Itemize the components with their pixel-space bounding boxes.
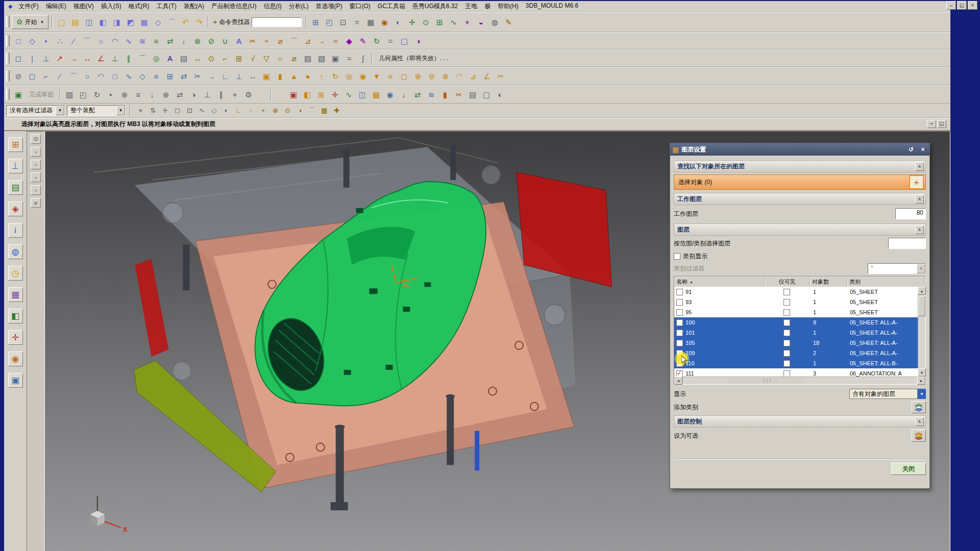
window-restore-button[interactable]: ◱ <box>957 1 967 10</box>
edit-parameters-icon[interactable]: ✎ <box>356 34 370 47</box>
scrollbar-thumb[interactable] <box>918 296 925 316</box>
parallel-icon[interactable]: ∥ <box>122 52 135 65</box>
hatch-icon[interactable]: ▨ <box>301 52 314 65</box>
rib-icon[interactable]: ≡ <box>384 69 397 83</box>
undo-icon[interactable]: ↶ <box>179 15 192 29</box>
sketch-spline-icon[interactable]: ∿ <box>122 69 135 83</box>
history-icon[interactable]: ◷ <box>8 266 23 281</box>
sphere-icon[interactable]: ● <box>301 69 314 83</box>
xform-icon[interactable]: ◆ <box>342 34 356 47</box>
collapse-arrow-icon[interactable]: ∧ <box>915 162 924 171</box>
workpiece-icon[interactable]: ◧ <box>301 88 314 101</box>
open-icon[interactable]: ▤ <box>68 15 82 29</box>
expressions-icon[interactable]: = <box>384 34 397 47</box>
vector-icon[interactable]: ↗ <box>53 52 66 65</box>
lasso-select-icon[interactable]: ∿ <box>196 105 208 116</box>
add-category-button[interactable] <box>912 401 926 413</box>
sketch-line-icon[interactable]: ∕ <box>53 69 66 83</box>
slider-lifter-icon[interactable]: ⇄ <box>411 88 424 101</box>
part-navigator-tab-icon[interactable]: ▫ <box>31 160 41 169</box>
feature-control-frame-icon[interactable]: ⊞ <box>232 52 246 65</box>
resource-menu-icon[interactable]: ≡ <box>31 198 41 208</box>
arc-tool-icon[interactable]: ⌒ <box>81 34 94 47</box>
sketch-circle-icon[interactable]: ○ <box>81 69 94 83</box>
surface-analysis-icon[interactable]: ◑ <box>411 34 425 47</box>
visible-only-checkbox[interactable] <box>783 330 790 336</box>
alternate-solution-icon[interactable]: ◑ <box>187 88 200 101</box>
angle-icon[interactable]: ∠ <box>94 52 108 65</box>
toolbar-grip[interactable] <box>6 53 10 64</box>
menu-item[interactable]: 帮助(H) <box>494 2 522 11</box>
circle-tool-icon[interactable]: ○ <box>94 34 108 47</box>
assembly-navigator-tab-icon[interactable]: ▫ <box>31 147 41 157</box>
calculator-icon[interactable]: ▦ <box>364 15 377 29</box>
draft-icon[interactable]: ∠ <box>480 69 494 83</box>
control-point-snap-icon[interactable]: + <box>257 105 269 116</box>
moldbase-icon[interactable]: ▦ <box>370 88 383 101</box>
section-work-layer[interactable]: 工作图层 ∧ <box>674 193 926 205</box>
new-file-icon[interactable]: ▢ <box>55 15 68 29</box>
datum-plane-icon[interactable]: ◻ <box>12 52 25 65</box>
cone-icon[interactable]: ▲ <box>287 69 301 83</box>
show-hide-icon[interactable]: ◍ <box>488 15 501 29</box>
display-constraints-icon[interactable]: ∥ <box>214 88 228 101</box>
cooling-channel-icon[interactable]: ≋ <box>425 88 438 101</box>
menu-item[interactable]: 编辑(E) <box>42 2 70 11</box>
visible-only-checkbox[interactable] <box>783 289 790 295</box>
layer-row[interactable]: 101 1 05_SHEET: ALL-A- <box>674 328 925 338</box>
visible-only-checkbox[interactable] <box>783 299 790 306</box>
core-cavity-icon[interactable]: ◫ <box>356 88 369 101</box>
grid-icon[interactable]: ⌗ <box>350 15 363 29</box>
point-set-icon[interactable]: ∴ <box>53 34 66 47</box>
assembly-navigator-icon[interactable]: ⊞ <box>8 137 23 152</box>
standard-parts-icon[interactable]: ◉ <box>383 88 397 101</box>
point-tool-icon[interactable]: • <box>39 34 53 47</box>
visible-only-checkbox[interactable] <box>783 370 790 377</box>
tangent-icon[interactable]: ⌒ <box>136 52 149 65</box>
sketch-rectangle-icon[interactable]: □ <box>108 69 121 83</box>
section-view-icon[interactable]: ≈ <box>342 52 356 65</box>
intersection-curve-icon[interactable]: ⊗ <box>191 34 204 47</box>
menu-item[interactable]: 产品制造信息(U) <box>208 2 260 11</box>
finish-sketch-button[interactable]: 完成草图 <box>25 90 58 99</box>
reuse-library-icon[interactable]: ◈ <box>8 202 23 216</box>
layer-row[interactable]: 110 1 05_SHEET: ALL-B- <box>674 358 925 368</box>
menu-item[interactable]: 首选项(P) <box>312 2 346 11</box>
quick-extend-icon[interactable]: → <box>205 69 218 83</box>
sketch-dimension-icon[interactable]: ↔ <box>246 69 259 83</box>
reuse-library-tab-icon[interactable]: ▫ <box>31 172 41 182</box>
cavity-layout-icon[interactable]: ⊞ <box>314 88 328 101</box>
sketch-mirror-icon[interactable]: ⇄ <box>177 69 190 83</box>
geometric-properties-button[interactable]: 几何属性（即将失效）. . . <box>375 54 453 63</box>
dialog-reset-button[interactable]: ↺ <box>906 145 916 154</box>
rectangle-tool-icon[interactable]: □ <box>12 34 25 47</box>
layer-select-checkbox[interactable] <box>676 340 683 346</box>
section-curve-icon[interactable]: ⊘ <box>205 34 218 47</box>
electrode-icon[interactable]: ▮ <box>438 88 452 101</box>
general-selection-icon[interactable]: ◻ <box>172 105 183 116</box>
select-objects-plus-button[interactable]: + <box>909 175 924 189</box>
join-curve-icon[interactable]: ∪ <box>218 34 232 47</box>
bridge-surface-icon[interactable]: ⌒ <box>165 15 178 29</box>
polygon-select-icon[interactable]: ◇ <box>208 105 220 116</box>
revolve-icon[interactable]: ↻ <box>329 69 342 83</box>
mold-drawing-icon[interactable]: ▢ <box>480 88 493 101</box>
layer-select-checkbox[interactable] <box>676 330 683 336</box>
pin-tab-icon[interactable]: ⊙ <box>31 134 41 144</box>
bom-icon[interactable]: ▤ <box>466 88 479 101</box>
move-component-icon[interactable]: ✛ <box>405 15 419 29</box>
layer-select-checkbox[interactable] <box>676 370 683 377</box>
command-finder-input[interactable] <box>252 17 302 27</box>
intersection-snap-icon[interactable]: ⊗ <box>270 105 281 116</box>
extend-curve-icon[interactable]: → <box>315 34 328 47</box>
curve-length-icon[interactable]: ⌀ <box>274 34 287 47</box>
menu-item[interactable]: GC工具箱 <box>374 2 409 11</box>
studio-surface-icon[interactable]: ◧ <box>96 15 109 29</box>
finish-sketch-icon[interactable]: ▣ <box>12 88 25 101</box>
visible-only-checkbox[interactable] <box>783 350 790 357</box>
sketch-polygon-icon[interactable]: ◇ <box>136 69 149 83</box>
make-selectable-button[interactable] <box>912 430 926 442</box>
through-curves-icon[interactable]: ◨ <box>110 15 123 29</box>
collapse-arrow-icon[interactable]: ∧ <box>915 226 924 234</box>
roles-icon[interactable]: ◉ <box>8 352 23 366</box>
